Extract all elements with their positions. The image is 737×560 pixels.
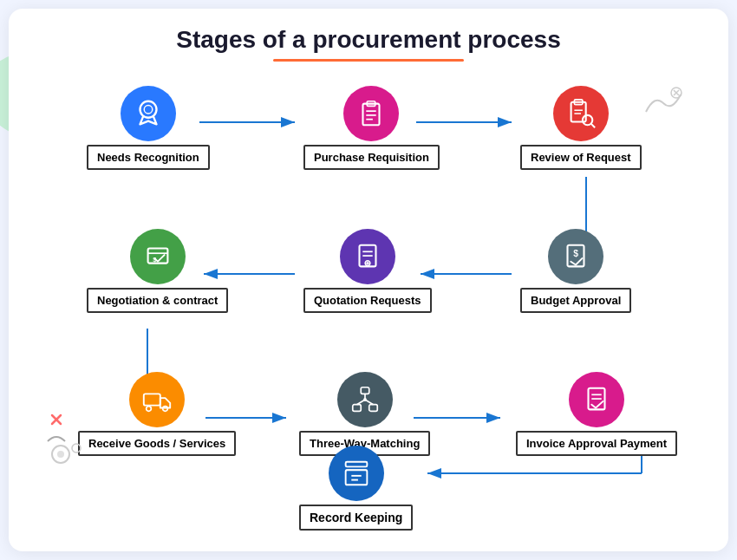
- page-title: Stages of a procurement process: [35, 26, 702, 54]
- budget-icon: $: [548, 229, 603, 284]
- clipboard-icon: [355, 97, 388, 130]
- node-three-way-matching: Three-Way-Matching: [299, 372, 430, 456]
- invoice-approval-label: Invoice Approval Payment: [516, 431, 677, 456]
- review-of-request-label: Review of Request: [520, 145, 642, 170]
- svg-point-59: [57, 451, 64, 458]
- node-quotation-requests: Quotation Requests: [303, 229, 432, 313]
- record-keeping-label: Record Keeping: [299, 505, 413, 531]
- node-needs-recognition: Needs Recognition: [87, 86, 210, 170]
- record-keeping-icon: [329, 446, 384, 501]
- main-container: Stages of a procurement process: [9, 9, 728, 551]
- review-of-request-icon: [553, 86, 609, 141]
- handshake-icon: $: [141, 240, 174, 273]
- award-icon: [132, 97, 165, 130]
- deco-bottom-left: [43, 407, 104, 467]
- svg-point-60: [72, 444, 81, 453]
- budget-approval-label: Budget Approval: [520, 288, 631, 313]
- svg-point-36: [147, 407, 152, 412]
- network-icon: [349, 383, 382, 416]
- svg-rect-48: [345, 462, 367, 467]
- budget-doc-icon: $: [559, 240, 592, 273]
- quotation-requests-label: Quotation Requests: [303, 288, 432, 313]
- svg-rect-40: [368, 405, 377, 412]
- svg-rect-39: [352, 405, 361, 412]
- quotation-doc-icon: [351, 240, 384, 273]
- svg-point-12: [144, 106, 153, 114]
- node-budget-approval: $ Budget Approval: [520, 229, 631, 313]
- node-purchase-requisition: Purchase Requisition: [303, 86, 440, 170]
- node-invoice-approval: Invoice Approval Payment: [516, 372, 677, 456]
- svg-rect-38: [361, 387, 369, 394]
- node-negotiation: $ Negotiation & contract: [87, 229, 228, 313]
- svg-point-20: [583, 115, 592, 125]
- node-record-keeping: Record Keeping: [299, 446, 413, 531]
- svg-point-37: [163, 407, 168, 412]
- diagram: Needs Recognition Purchase Requisition: [35, 77, 702, 493]
- negotiation-icon: $: [130, 229, 186, 284]
- needs-recognition-label: Needs Recognition: [87, 145, 210, 170]
- node-review-of-request: Review of Request: [520, 86, 642, 170]
- invoice-icon: [569, 372, 624, 427]
- svg-point-11: [140, 101, 156, 118]
- svg-line-21: [591, 124, 595, 127]
- purchase-requisition-label: Purchase Requisition: [303, 145, 440, 170]
- purchase-requisition-icon: [343, 86, 399, 141]
- negotiation-label: Negotiation & contract: [87, 288, 228, 313]
- invoice-check-icon: [580, 383, 613, 416]
- truck-icon: [140, 383, 173, 416]
- title-underline: [273, 59, 464, 62]
- search-clipboard-icon: [564, 97, 597, 130]
- deco-squiggle-top-right: [642, 86, 685, 120]
- receive-goods-icon: [129, 372, 185, 427]
- svg-point-44: [363, 398, 367, 401]
- svg-rect-35: [144, 394, 160, 405]
- needs-recognition-icon: [121, 86, 176, 141]
- archive-icon: [340, 457, 373, 490]
- svg-rect-49: [345, 470, 367, 485]
- svg-text:$: $: [573, 249, 578, 258]
- quotation-icon: [340, 229, 395, 284]
- three-way-icon: [337, 372, 393, 427]
- svg-rect-13: [363, 104, 380, 126]
